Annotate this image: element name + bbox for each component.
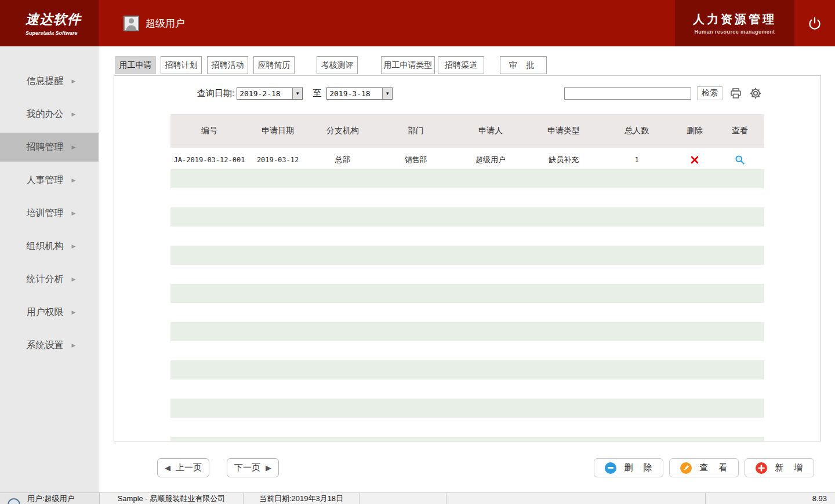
tab-bar: 用工申请 招聘计划 招聘活动 应聘简历 考核测评 用工申请类型 招聘渠道 审 批 [99,56,835,74]
globe-icon [8,498,20,504]
empty-rows-stripes [170,169,764,441]
pencil-icon [683,465,689,471]
chevron-right-icon: ▶ [72,177,76,183]
chevron-down-icon[interactable]: ▼ [292,88,302,99]
sidebar-item-label: 系统设置 [27,339,64,352]
col-header-id: 编号 [170,126,248,136]
chevron-right-icon: ▶ [72,342,76,348]
next-page-button[interactable]: 下一页 ▶ [227,458,279,477]
prev-page-label: 上一页 [176,462,202,473]
sidebar-item-statistics[interactable]: 统计分析 ▶ [0,265,99,294]
sidebar-item-my-office[interactable]: 我的办公 ▶ [0,100,99,129]
sidebar-item-label: 培训管理 [27,207,64,220]
add-button[interactable]: 新 增 [745,458,814,477]
table-row[interactable]: JA-2019-03-12-001 2019-03-12 总部 销售部 超级用户… [170,150,764,169]
bottom-toolbar: ◀ 上一页 下一页 ▶ 删 除 查 看 [99,458,835,477]
print-button[interactable] [729,87,742,100]
cell-date: 2019-03-12 [248,156,307,164]
search-button[interactable]: 检索 [697,86,723,100]
view-button[interactable]: 查 看 [669,458,739,477]
col-header-dept: 部门 [378,126,453,136]
printer-icon [729,87,742,100]
col-header-total: 总人数 [600,126,674,136]
tab-resumes[interactable]: 应聘简历 [253,56,295,74]
row-delete-button[interactable] [690,155,699,165]
pencil-circle-icon [680,462,692,474]
sidebar-item-personnel[interactable]: 人事管理 ▶ [0,166,99,195]
logout-button[interactable] [794,0,835,46]
sidebar-item-recruitment[interactable]: 招聘管理 ▶ [0,133,99,162]
tab-recruit-activity[interactable]: 招聘活动 [207,56,248,74]
filter-row: 查询日期: 2019-2-18 ▼ 至 2019-3-18 ▼ 检索 [114,87,821,100]
delete-button-label: 删 除 [624,462,656,473]
col-header-date: 申请日期 [248,126,307,136]
status-empty-section [446,493,706,504]
sidebar-item-training[interactable]: 培训管理 ▶ [0,199,99,228]
tab-request-type[interactable]: 用工申请类型 [381,56,435,74]
date-to-select[interactable]: 2019-3-18 ▼ [326,87,393,100]
current-user-label: 超级用户 [146,17,185,30]
sidebar-item-info-alerts[interactable]: 信息提醒 ▶ [0,67,99,96]
sidebar-item-label: 用户权限 [27,306,64,319]
cell-id: JA-2019-03-12-001 [170,156,248,164]
sidebar-nav: 信息提醒 ▶ 我的办公 ▶ 招聘管理 ▶ 人事管理 ▶ 培训管理 ▶ 组织机构 … [0,46,99,492]
chevron-right-icon: ▶ [72,243,76,249]
requests-table: 编号 申请日期 分支机构 部门 申请人 申请类型 总人数 删除 查看 JA-20… [170,114,764,441]
add-button-label: 新 增 [775,462,807,473]
cell-delete [674,155,716,165]
power-icon [808,17,821,30]
arrow-right-icon: ▶ [266,463,271,472]
cell-view [716,155,764,165]
status-date: 当前日期:2019年3月18日 [244,493,360,504]
query-date-label: 查询日期: [197,88,234,99]
chevron-right-icon: ▶ [72,210,76,216]
sidebar-item-label: 统计分析 [27,273,64,286]
status-date-label: 当前日期:2019年3月18日 [259,494,343,504]
row-view-button[interactable] [735,155,745,165]
cell-dept: 销售部 [378,155,453,165]
date-from-select[interactable]: 2019-2-18 ▼ [237,87,303,100]
tab-recruit-plan[interactable]: 招聘计划 [161,56,202,74]
status-empty-section [360,493,446,504]
tab-assessment[interactable]: 考核测评 [317,56,358,74]
content-panel: 查询日期: 2019-2-18 ▼ 至 2019-3-18 ▼ 检索 [114,75,821,441]
main-content: 用工申请 招聘计划 招聘活动 应聘简历 考核测评 用工申请类型 招聘渠道 审 批… [99,46,835,492]
app-header: 速达软件 Superstada Software 超级用户 人力资源管理 Hum… [0,0,835,46]
chevron-right-icon: ▶ [72,111,76,117]
status-bar: 用户:超级用户 Sample - 易顺服装鞋业有限公司 当前日期:2019年3月… [0,492,835,504]
sidebar-item-system-settings[interactable]: 系统设置 ▶ [0,331,99,360]
delete-button[interactable]: 删 除 [594,458,663,477]
plus-circle-icon [756,462,767,474]
date-to-value: 2019-3-18 [327,88,382,99]
tab-approval[interactable]: 审 批 [500,56,547,74]
search-input[interactable] [564,87,691,100]
table-header-row: 编号 申请日期 分支机构 部门 申请人 申请类型 总人数 删除 查看 [170,114,764,148]
sidebar-item-label: 人事管理 [27,174,64,187]
person-icon [125,17,137,30]
red-x-icon [690,155,699,165]
module-title-cn: 人力资源管理 [693,12,776,27]
chevron-right-icon: ▶ [72,309,76,315]
date-from-value: 2019-2-18 [237,88,292,99]
settings-button[interactable] [749,87,762,100]
user-avatar-icon [124,16,139,31]
sidebar-item-label: 招聘管理 [27,141,64,154]
chevron-right-icon: ▶ [72,144,76,150]
next-page-label: 下一页 [234,462,260,473]
sidebar-item-label: 信息提醒 [27,75,64,87]
col-header-applicant: 申请人 [453,126,528,136]
status-user-label: 用户:超级用户 [27,494,75,504]
sidebar-item-organization[interactable]: 组织机构 ▶ [0,232,99,261]
module-title: 人力资源管理 Human resource management [675,0,794,46]
prev-page-button[interactable]: ◀ 上一页 [157,458,209,477]
tab-recruit-channel[interactable]: 招聘渠道 [438,56,484,74]
top-bar: 超级用户 [99,0,675,46]
chevron-down-icon[interactable]: ▼ [382,88,392,99]
cell-type: 缺员补充 [528,155,600,165]
search-group: 检索 [564,86,762,100]
tab-employment-request[interactable]: 用工申请 [115,56,156,74]
cell-branch: 总部 [307,155,378,165]
sidebar-item-user-rights[interactable]: 用户权限 ▶ [0,298,99,327]
plus-icon [758,465,765,472]
col-header-view: 查看 [716,126,764,136]
